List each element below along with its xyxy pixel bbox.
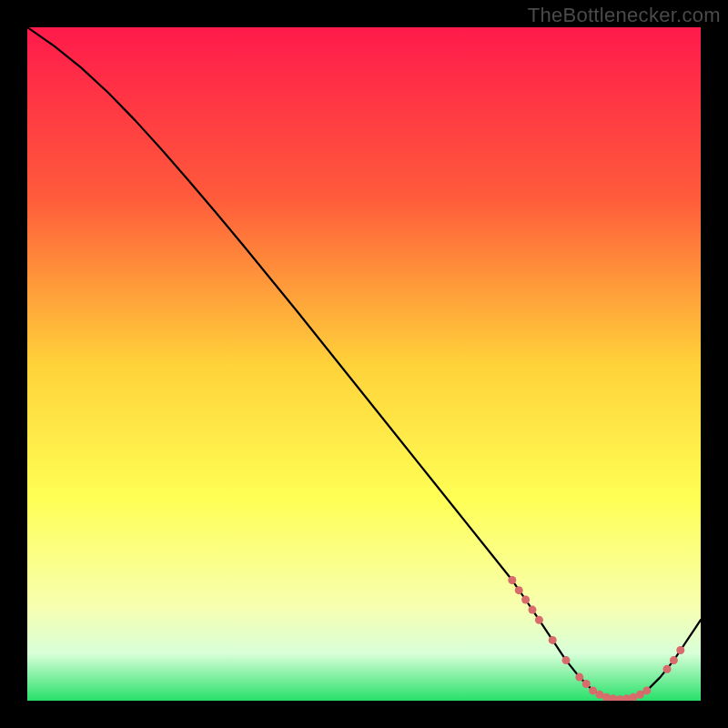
highlight-dot [515, 586, 523, 594]
highlight-dot [642, 686, 651, 694]
plot-area [27, 27, 701, 701]
highlight-dot [575, 673, 583, 682]
highlight-dot [582, 680, 591, 688]
chart-svg [27, 27, 701, 701]
highlight-dot [508, 576, 516, 584]
highlight-dot [535, 616, 543, 624]
highlight-dot [562, 656, 571, 664]
highlight-dot [670, 656, 678, 664]
watermark-text: TheBottlenecker.com [528, 4, 721, 27]
highlight-dot [529, 606, 537, 614]
highlight-dot [521, 596, 530, 604]
gradient-background [27, 27, 701, 701]
highlight-dot [676, 646, 684, 654]
chart-frame: TheBottlenecker.com [0, 0, 728, 728]
highlight-dot [663, 665, 672, 673]
highlight-dot [549, 636, 557, 644]
